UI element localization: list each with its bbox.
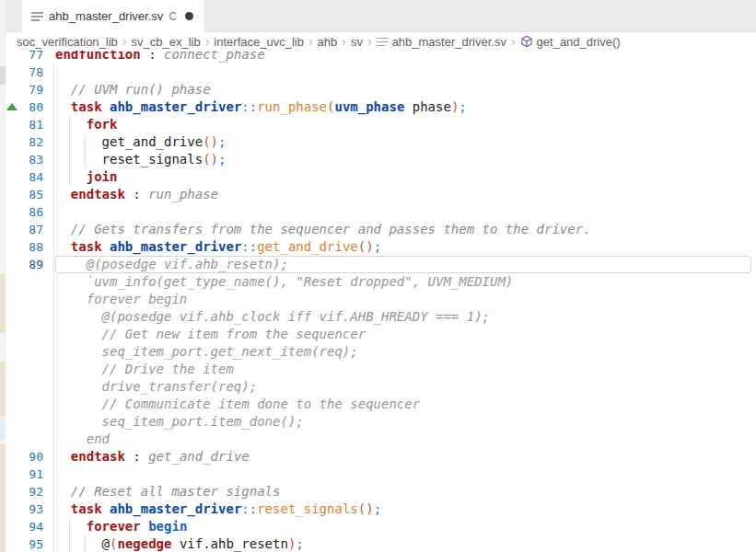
token: : — [125, 187, 148, 201]
code-text[interactable]: // Get new item from the sequencer — [55, 326, 756, 343]
token: seq_item_port.item_done(); — [55, 414, 304, 429]
gutter-arrow-marker-icon[interactable] — [6, 103, 17, 110]
code-text[interactable]: `uvm_info(get_type_name(), "Reset droppe… — [55, 273, 756, 291]
code-text[interactable]: forever begin — [55, 291, 756, 308]
code-text[interactable]: // Reset all master signals — [55, 483, 756, 500]
code-line[interactable]: 90 endtask : get_and_drive — [0, 448, 756, 466]
breadcrumb-item-interface-uvc-lib[interactable]: interface_uvc_lib — [214, 35, 304, 49]
left-edge-segment — [0, 419, 6, 441]
line-number: 84 — [0, 168, 55, 186]
code-line[interactable]: 81 fork — [0, 116, 756, 133]
code-text[interactable]: // Communicate item done to the sequence… — [55, 396, 756, 413]
token: ; — [374, 239, 381, 254]
code-line[interactable]: 85 endtask : run_phase — [0, 186, 756, 203]
code-line[interactable]: 93 task ahb_master_driver::reset_signals… — [0, 500, 756, 518]
breadcrumb-separator-icon: › — [511, 34, 516, 49]
code-line[interactable]: 92 // Reset all master signals — [0, 483, 756, 500]
indent-guide — [85, 133, 86, 151]
token: uvm_phase — [334, 99, 404, 114]
code-line[interactable]: 82 get_and_drive(); — [0, 133, 756, 151]
token — [55, 449, 71, 464]
code-text[interactable]: join — [55, 168, 756, 186]
indent-guide — [69, 168, 70, 186]
code-text[interactable]: @(posedge vif.ahb_clock iff vif.AHB_HREA… — [55, 308, 756, 326]
breadcrumb-item-ahb-master-driver-sv[interactable]: ahb_master_driver.sv — [377, 35, 506, 49]
code-text[interactable]: // Gets transfers from the sequencer and… — [55, 221, 756, 238]
code-line[interactable]: @(posedge vif.ahb_clock iff vif.AHB_HREA… — [0, 308, 756, 326]
gutter: 87 — [0, 221, 55, 238]
code-text[interactable] — [55, 63, 756, 81]
token: ) — [366, 501, 373, 516]
indent-guide — [53, 448, 54, 466]
breadcrumb-item-ahb[interactable]: ahb — [318, 35, 338, 49]
code-line[interactable]: drive_transfer(req); — [0, 378, 756, 396]
code-line[interactable]: 79 // UVM run() phase — [0, 81, 756, 98]
code-text[interactable] — [55, 466, 756, 483]
code-text[interactable]: end — [55, 431, 756, 448]
indent-guide — [85, 535, 86, 552]
code-line[interactable]: 95 @(negedge vif.ahb_resetn); — [0, 535, 756, 552]
code-line[interactable]: 83 reset_signals(); — [0, 151, 756, 168]
breadcrumb-item-soc-verification-lib[interactable]: soc_verification_lib — [17, 35, 118, 49]
code-text[interactable]: drive_transfer(req); — [55, 378, 756, 396]
code-line[interactable]: 84 join — [0, 168, 756, 186]
code-editor[interactable]: 77endfunction : connect_phase7879 // UVM… — [0, 46, 756, 552]
breadcrumb-label: ahb_master_driver.sv — [392, 35, 506, 49]
code-text[interactable]: @(negedge vif.ahb_resetn); — [55, 535, 756, 552]
gutter — [0, 361, 55, 378]
token: @(posedge vif.ahb_resetn); — [55, 257, 288, 271]
gutter — [0, 308, 55, 326]
breadcrumb-item-sv-cb-ex-lib[interactable]: sv_cb_ex_lib — [132, 35, 201, 49]
breadcrumb-separator-icon: › — [308, 34, 313, 49]
gutter — [0, 413, 55, 431]
code-text[interactable]: // UVM run() phase — [55, 81, 756, 98]
gutter: 86 — [0, 203, 55, 221]
code-text[interactable]: task ahb_master_driver::get_and_drive(); — [55, 238, 756, 256]
code-line[interactable]: 88 task ahb_master_driver::get_and_drive… — [0, 238, 756, 256]
code-text[interactable]: @(posedge vif.ahb_resetn); — [55, 256, 756, 273]
modified-dot-icon[interactable] — [185, 12, 193, 20]
breadcrumb-separator-icon: › — [342, 34, 346, 49]
code-line[interactable]: seq_item_port.get_next_item(req); — [0, 343, 756, 361]
breadcrumb-item-sv[interactable]: sv — [351, 35, 363, 49]
breadcrumb-separator-icon: › — [205, 34, 210, 49]
token: ( — [203, 134, 210, 149]
code-text[interactable]: task ahb_master_driver::reset_signals(); — [55, 500, 756, 518]
code-text[interactable]: // Drive the item — [55, 361, 756, 378]
breadcrumb-item-get-and-drive[interactable]: get_and_drive() — [520, 35, 621, 49]
code-text[interactable]: endtask : run_phase — [55, 186, 756, 203]
token: : — [125, 449, 148, 464]
code-line[interactable]: 87 // Gets transfers from the sequencer … — [0, 221, 756, 238]
code-line[interactable]: 91 — [0, 466, 756, 483]
code-line[interactable]: 94 forever begin — [0, 518, 756, 535]
token: ) — [211, 152, 218, 167]
code-text[interactable]: forever begin — [55, 518, 756, 535]
code-text[interactable]: fork — [55, 116, 756, 133]
code-line[interactable]: // Get new item from the sequencer — [0, 326, 756, 343]
code-line[interactable]: `uvm_info(get_type_name(), "Reset droppe… — [0, 273, 756, 291]
method-icon — [520, 35, 533, 48]
tab-ahb-master-driver-sv[interactable]: ahb_master_driver.sv C — [22, 0, 205, 32]
code-line[interactable]: 86 — [0, 203, 756, 221]
token: get_and_drive — [148, 449, 250, 464]
token: forever begin — [55, 292, 187, 306]
gutter: 90 — [0, 448, 55, 466]
left-edge-segment — [0, 362, 6, 416]
code-text[interactable]: task ahb_master_driver::run_phase(uvm_ph… — [55, 98, 756, 116]
code-line[interactable]: 80 task ahb_master_driver::run_phase(uvm… — [0, 98, 756, 116]
code-text[interactable]: get_and_drive(); — [55, 133, 756, 151]
code-line[interactable]: seq_item_port.item_done(); — [0, 413, 756, 431]
gutter: 85 — [0, 186, 55, 203]
code-text[interactable]: reset_signals(); — [55, 151, 756, 168]
code-text[interactable]: endtask : get_and_drive — [55, 448, 756, 466]
code-text[interactable]: seq_item_port.item_done(); — [55, 413, 756, 431]
code-line[interactable]: end — [0, 431, 756, 448]
gutter: 78 — [0, 63, 55, 81]
code-line[interactable]: 78 — [0, 63, 756, 81]
code-text[interactable]: seq_item_port.get_next_item(req); — [55, 343, 756, 361]
code-line[interactable]: 89 @(posedge vif.ahb_resetn); — [0, 256, 756, 273]
code-line[interactable]: forever begin — [0, 291, 756, 308]
code-line[interactable]: // Communicate item done to the sequence… — [0, 396, 756, 413]
code-text[interactable] — [55, 203, 756, 221]
code-line[interactable]: // Drive the item — [0, 361, 756, 378]
